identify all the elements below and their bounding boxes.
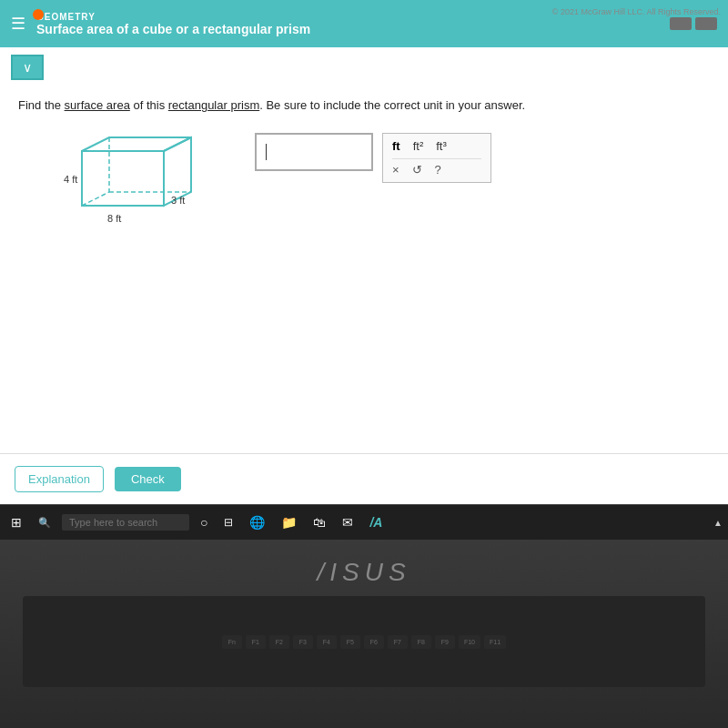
svg-marker-0 xyxy=(82,151,164,206)
chevron-dropdown[interactable]: ∨ xyxy=(11,55,44,80)
menu-icon[interactable]: ☰ xyxy=(11,14,25,34)
answer-input[interactable] xyxy=(255,133,373,171)
taskbar-right-area: ▲ xyxy=(713,518,723,528)
key-f5[interactable]: F5 xyxy=(340,635,360,649)
subject-label: GEOMETRY xyxy=(36,12,310,22)
start-menu-icon[interactable]: ⊞ xyxy=(5,513,27,531)
help-btn[interactable]: ? xyxy=(435,163,441,177)
copyright: © 2021 McGraw Hill LLC. All Rights Reser… xyxy=(552,7,721,451)
laptop-body: /ISUS Fn F1 F2 F3 F4 F5 F6 F7 F8 F9 F10 … xyxy=(0,540,728,728)
text-cursor xyxy=(266,144,267,160)
svg-marker-1 xyxy=(82,137,191,151)
svg-text:3 ft: 3 ft xyxy=(171,195,185,206)
answer-section: ft ft² ft³ × ↺ ? xyxy=(255,133,491,183)
prism-svg: 4 ft 3 ft 8 ft xyxy=(36,133,237,242)
unit-row: ft ft² ft³ xyxy=(392,139,481,153)
task-view-icon[interactable]: ○ xyxy=(195,513,213,531)
svg-text:8 ft: 8 ft xyxy=(107,213,121,224)
q-rectangular-prism-link[interactable]: rectangular prism xyxy=(168,98,259,112)
store-icon[interactable]: 🛍 xyxy=(308,513,331,531)
key-f6[interactable]: F6 xyxy=(364,635,384,649)
mail-icon[interactable]: ✉ xyxy=(337,513,359,531)
key-f2[interactable]: F2 xyxy=(269,635,289,649)
unit-ft2-btn[interactable]: ft² xyxy=(413,139,424,153)
action-row: × ↺ ? xyxy=(392,158,481,177)
key-fn[interactable]: Fn xyxy=(222,635,242,649)
svg-text:4 ft: 4 ft xyxy=(64,174,77,185)
taskbar-search-input[interactable] xyxy=(62,514,189,531)
key-f8[interactable]: F8 xyxy=(411,635,431,649)
folder-icon[interactable]: 📁 xyxy=(276,513,302,531)
header-text: GEOMETRY Surface area of a cube or a rec… xyxy=(36,12,310,36)
undo-btn[interactable]: ↺ xyxy=(412,163,422,177)
key-f1[interactable]: F1 xyxy=(246,635,266,649)
page-title: Surface area of a cube or a rectangular … xyxy=(36,22,310,36)
key-f4[interactable]: F4 xyxy=(317,635,337,649)
bottom-bar: Explanation Check xyxy=(0,453,728,504)
key-f7[interactable]: F7 xyxy=(388,635,408,649)
key-f11[interactable]: F11 xyxy=(484,635,506,649)
win-taskbar: ⊞ 🔍 ○ ⊟ 🌐 📁 🛍 ✉ /A ▲ xyxy=(0,505,728,540)
key-f10[interactable]: F10 xyxy=(459,635,480,649)
multitasking-icon[interactable]: ⊟ xyxy=(218,514,238,531)
orange-dot xyxy=(33,9,44,20)
unit-panel: ft ft² ft³ × ↺ ? xyxy=(382,133,491,183)
keyboard-row: Fn F1 F2 F3 F4 F5 F6 F7 F8 F9 F10 F11 xyxy=(23,635,705,649)
laptop-screen: ☰ GEOMETRY Surface area of a cube or a r… xyxy=(0,0,728,510)
check-button[interactable]: Check xyxy=(115,467,181,491)
chevron-down-icon: ∨ xyxy=(23,60,32,75)
app-icon[interactable]: /A xyxy=(364,513,388,531)
svg-line-3 xyxy=(82,192,109,206)
prism-diagram: 4 ft 3 ft 8 ft xyxy=(36,133,237,242)
key-f9[interactable]: F9 xyxy=(435,635,455,649)
keyboard: Fn F1 F2 F3 F4 F5 F6 F7 F8 F9 F10 F11 xyxy=(23,596,705,687)
explanation-button[interactable]: Explanation xyxy=(15,466,104,492)
search-icon[interactable]: 🔍 xyxy=(33,515,56,531)
q-surface-area-link[interactable]: surface area xyxy=(65,98,130,112)
clear-btn[interactable]: × xyxy=(392,163,399,177)
q-text-2: of this xyxy=(130,98,168,112)
unit-ft-btn[interactable]: ft xyxy=(392,139,400,153)
unit-ft3-btn[interactable]: ft³ xyxy=(436,139,447,153)
q-text-1: Find the xyxy=(18,98,65,112)
edge-icon[interactable]: 🌐 xyxy=(244,513,270,531)
q-text-3: . Be sure to include the correct unit in… xyxy=(259,98,525,112)
laptop-brand-label: /ISUS xyxy=(317,558,410,587)
key-f3[interactable]: F3 xyxy=(293,635,313,649)
taskbar-time: ▲ xyxy=(713,518,723,528)
